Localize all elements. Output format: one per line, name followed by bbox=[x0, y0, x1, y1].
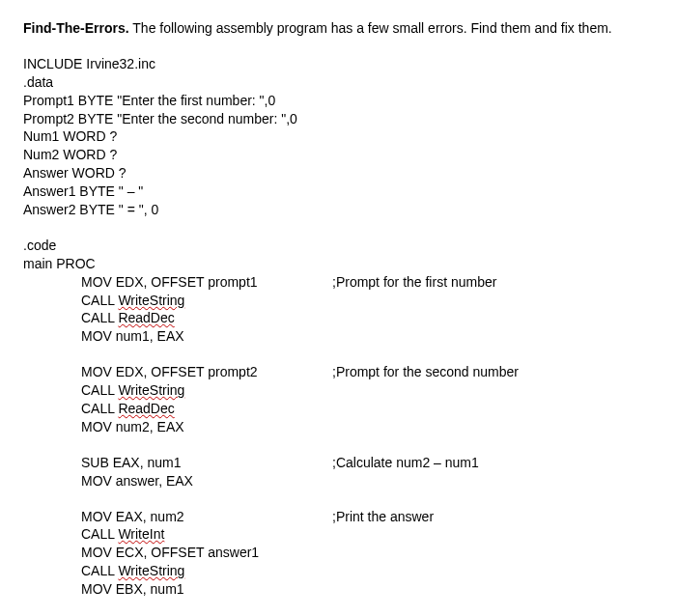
data-section: INCLUDE Irvine32.inc .data Prompt1 BYTE … bbox=[23, 55, 653, 219]
code-line: CALL WriteInt bbox=[81, 525, 653, 544]
code-line: MOV EDX, OFFSET prompt2 ;Prompt for the … bbox=[81, 363, 653, 381]
code-line: Prompt2 BYTE "Enter the second number: "… bbox=[23, 110, 653, 128]
error-underline: WriteString bbox=[118, 382, 184, 398]
title-bold: Find-The-Errors. bbox=[23, 20, 129, 36]
code-line: Num2 WORD ? bbox=[23, 146, 653, 164]
code-line: MOV num2, EAX bbox=[81, 418, 653, 436]
problem-title: Find-The-Errors. The following assembly … bbox=[23, 19, 653, 38]
instruction: SUB EAX, num1 bbox=[81, 454, 332, 472]
code-line: Prompt1 BYTE "Enter the first number: ",… bbox=[23, 92, 653, 110]
code-line: Answer2 BYTE " = ", 0 bbox=[23, 201, 653, 219]
code-section: .code main PROC MOV EDX, OFFSET prompt1 … bbox=[23, 237, 653, 599]
instruction-prefix: CALL bbox=[81, 310, 118, 325]
comment: ;Calculate num2 – num1 bbox=[332, 454, 479, 472]
instruction-prefix: CALL bbox=[81, 401, 118, 416]
code-line: CALL ReadDec bbox=[81, 309, 653, 327]
code-line: Answer WORD ? bbox=[23, 164, 653, 182]
error-underline: WriteString bbox=[118, 563, 184, 578]
code-line: MOV num1, EAX bbox=[81, 327, 653, 346]
title-rest: The following assembly program has a few… bbox=[129, 20, 612, 36]
code-line: CALL WriteString bbox=[81, 562, 653, 580]
error-underline: ReadDec bbox=[118, 310, 174, 325]
error-underline: WriteInt bbox=[118, 526, 164, 542]
code-line: SUB EAX, num1 ;Calculate num2 – num1 bbox=[81, 454, 653, 472]
main-proc-label: main PROC bbox=[23, 255, 653, 273]
code-line: MOV EAX, num2 ;Print the answer bbox=[81, 508, 653, 526]
instruction-prefix: CALL bbox=[81, 382, 118, 398]
code-line: Num1 WORD ? bbox=[23, 127, 653, 146]
code-block-2: MOV EDX, OFFSET prompt2 ;Prompt for the … bbox=[23, 363, 653, 436]
code-line: .data bbox=[23, 73, 653, 92]
error-underline: ReadDec bbox=[118, 401, 174, 416]
code-line: MOV EBX, num1 bbox=[81, 580, 653, 599]
instruction-prefix: CALL bbox=[81, 293, 118, 308]
code-line: MOV answer, EAX bbox=[81, 472, 653, 490]
code-line: MOV ECX, OFFSET answer1 bbox=[81, 544, 653, 562]
code-label: .code bbox=[23, 237, 653, 255]
instruction-prefix: CALL bbox=[81, 563, 118, 578]
code-line: INCLUDE Irvine32.inc bbox=[23, 55, 653, 73]
instruction: MOV EAX, num2 bbox=[81, 508, 332, 526]
instruction: MOV EDX, OFFSET prompt1 bbox=[81, 273, 332, 292]
comment: ;Prompt for the first number bbox=[332, 273, 496, 292]
comment: ;Prompt for the second number bbox=[332, 363, 519, 381]
code-line: CALL ReadDec bbox=[81, 400, 653, 418]
code-block-3: SUB EAX, num1 ;Calculate num2 – num1 MOV… bbox=[23, 454, 653, 490]
code-line: MOV EDX, OFFSET prompt1 ;Prompt for the … bbox=[81, 273, 653, 292]
error-underline: WriteString bbox=[118, 293, 184, 308]
code-block-4: MOV EAX, num2 ;Print the answer CALL Wri… bbox=[23, 508, 653, 599]
comment: ;Print the answer bbox=[332, 508, 434, 526]
instruction: MOV EDX, OFFSET prompt2 bbox=[81, 363, 332, 381]
code-line: CALL WriteString bbox=[81, 292, 653, 310]
code-block-1: MOV EDX, OFFSET prompt1 ;Prompt for the … bbox=[23, 273, 653, 347]
code-line: Answer1 BYTE " – " bbox=[23, 182, 653, 201]
code-line: CALL WriteString bbox=[81, 381, 653, 400]
instruction-prefix: CALL bbox=[81, 526, 118, 542]
